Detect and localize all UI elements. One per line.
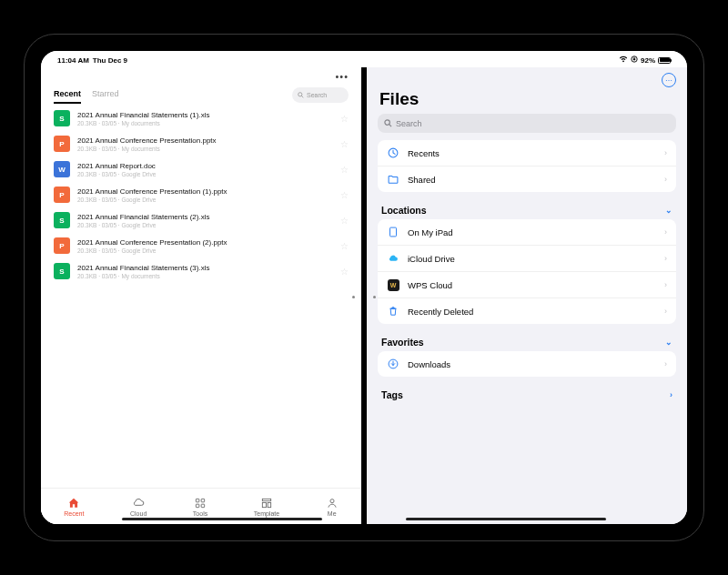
favorites-header[interactable]: Favorites ⌄ <box>378 333 676 351</box>
chevron-right-icon: › <box>664 359 667 368</box>
recently-deleted-row[interactable]: Recently Deleted › <box>378 298 676 324</box>
shared-label: Shared <box>408 175 656 185</box>
svg-rect-6 <box>196 504 199 508</box>
clock-icon <box>387 146 399 159</box>
grid-icon <box>194 497 207 509</box>
star-icon[interactable]: ☆ <box>340 216 349 226</box>
icloud-drive-row[interactable]: iCloud Drive › <box>378 246 676 272</box>
downloads-label: Downloads <box>408 359 656 369</box>
chevron-down-icon: ⌄ <box>665 338 672 347</box>
split-divider[interactable] <box>361 67 367 524</box>
files-header: ⋯ <box>367 67 687 89</box>
screen: 11:04 AM Thu Dec 9 92% ••• Recent Starre… <box>41 51 687 524</box>
star-icon[interactable]: ☆ <box>340 267 349 277</box>
more-icon[interactable]: ••• <box>335 71 349 82</box>
tags-header[interactable]: Tags › <box>378 386 676 404</box>
file-type-icon: P <box>54 187 70 203</box>
star-icon[interactable]: ☆ <box>340 241 349 251</box>
file-info: 2021 Annual Financial Statements (1).xls… <box>77 111 333 126</box>
file-name: 2021 Annual Financial Statements (1).xls <box>77 111 333 119</box>
files-search-input[interactable]: Search <box>378 114 676 133</box>
file-list[interactable]: S 2021 Annual Financial Statements (1).x… <box>41 104 361 488</box>
favorites-header-label: Favorites <box>381 337 424 348</box>
icloud-icon <box>387 252 399 265</box>
file-meta: 20.3KB · 03/05 · My documents <box>77 146 333 152</box>
home-icon <box>67 497 80 509</box>
locations-header[interactable]: Locations ⌄ <box>378 201 676 219</box>
on-my-ipad-row[interactable]: On My iPad › <box>378 219 676 246</box>
tabbar-recent[interactable]: Recent <box>64 497 84 517</box>
tabbar-cloud[interactable]: Cloud <box>130 497 147 517</box>
wps-cloud-label: WPS Cloud <box>408 280 656 290</box>
tabbar-me[interactable]: Me <box>326 497 339 517</box>
file-row[interactable]: P 2021 Annual Conference Presentation (2… <box>41 233 361 258</box>
files-app: ⋯ Files Search Recents › Shared › Locati… <box>367 67 687 524</box>
recents-row[interactable]: Recents › <box>378 140 676 166</box>
svg-rect-8 <box>262 499 270 500</box>
cloud-icon <box>132 497 145 509</box>
tab-recent[interactable]: Recent <box>54 89 81 104</box>
home-indicator-left[interactable] <box>122 518 322 520</box>
person-icon <box>326 497 339 509</box>
status-date: Thu Dec 9 <box>93 56 127 65</box>
file-info: 2021 Annual Conference Presentation (2).… <box>77 238 333 254</box>
star-icon[interactable]: ☆ <box>340 139 349 149</box>
search-icon <box>298 92 304 98</box>
folder-shared-icon <box>387 173 399 186</box>
file-name: 2021 Annual Conference Presentation (1).… <box>77 187 333 196</box>
file-meta: 20.3KB · 03/05 · Google Drive <box>77 197 333 203</box>
tags-section: Tags › <box>378 386 676 404</box>
chevron-right-icon: › <box>664 280 667 289</box>
search-icon <box>384 119 392 127</box>
more-menu-button[interactable]: ⋯ <box>662 73 676 87</box>
file-type-icon: P <box>54 136 70 152</box>
search-input[interactable]: Search <box>292 87 349 103</box>
downloads-row[interactable]: Downloads › <box>378 351 676 377</box>
file-row[interactable]: S 2021 Annual Financial Statements (3).x… <box>41 258 361 284</box>
file-info: 2021 Annual Conference Presentation (1).… <box>77 187 333 203</box>
chevron-right-icon: › <box>664 148 667 157</box>
file-name: 2021 Annual Conference Presentation (2).… <box>77 238 333 247</box>
svg-rect-1 <box>633 58 635 60</box>
file-row[interactable]: S 2021 Annual Financial Statements (2).x… <box>41 207 361 233</box>
favorites-section: Favorites ⌄ Downloads › <box>378 333 676 377</box>
tabbar-tools-label: Tools <box>193 510 207 517</box>
ipad-frame: 11:04 AM Thu Dec 9 92% ••• Recent Starre… <box>24 34 704 541</box>
file-row[interactable]: S 2021 Annual Financial Statements (1).x… <box>41 106 361 131</box>
star-icon[interactable]: ☆ <box>340 165 349 175</box>
files-title: Files <box>367 89 687 114</box>
chevron-right-icon: › <box>664 175 667 184</box>
ipad-bezel: 11:04 AM Thu Dec 9 92% ••• Recent Starre… <box>34 44 694 531</box>
tabbar-tools[interactable]: Tools <box>193 497 207 517</box>
star-icon[interactable]: ☆ <box>340 190 349 200</box>
svg-rect-4 <box>196 499 199 502</box>
file-name: 2021 Annual Report.doc <box>77 162 333 170</box>
battery-percent: 92% <box>641 56 655 65</box>
file-row[interactable]: W 2021 Annual Report.doc 20.3KB · 03/05 … <box>41 156 361 182</box>
file-meta: 20.3KB · 03/05 · Google Drive <box>77 247 333 254</box>
file-info: 2021 Annual Conference Presentation.pptx… <box>77 136 333 152</box>
status-left: 11:04 AM Thu Dec 9 <box>57 56 127 65</box>
file-info: 2021 Annual Financial Statements (3).xls… <box>77 264 333 279</box>
quick-section: Recents › Shared › <box>378 140 676 192</box>
recents-label: Recents <box>408 148 656 158</box>
tabbar-template[interactable]: Template <box>254 497 279 517</box>
trash-icon <box>387 305 399 318</box>
wps-tabs: Recent Starred <box>54 86 132 104</box>
file-row[interactable]: P 2021 Annual Conference Presentation.pp… <box>41 131 361 156</box>
file-name: 2021 Annual Financial Statements (3).xls <box>77 264 333 272</box>
file-row[interactable]: P 2021 Annual Conference Presentation (1… <box>41 182 361 207</box>
file-name: 2021 Annual Conference Presentation.pptx <box>77 136 333 145</box>
svg-point-2 <box>298 92 302 96</box>
wps-header: ••• <box>41 67 361 86</box>
wps-app: ••• Recent Starred Search S 2021 Annual … <box>41 67 361 524</box>
rotation-lock-icon <box>631 55 638 65</box>
home-indicator-right[interactable] <box>406 518 606 520</box>
file-name: 2021 Annual Financial Statements (2).xls <box>77 213 333 221</box>
star-icon[interactable]: ☆ <box>340 114 349 124</box>
download-icon <box>387 358 399 370</box>
tab-starred[interactable]: Starred <box>92 89 119 104</box>
wps-cloud-row[interactable]: W WPS Cloud › <box>378 272 676 298</box>
battery-icon <box>658 57 671 64</box>
shared-row[interactable]: Shared › <box>378 166 676 192</box>
